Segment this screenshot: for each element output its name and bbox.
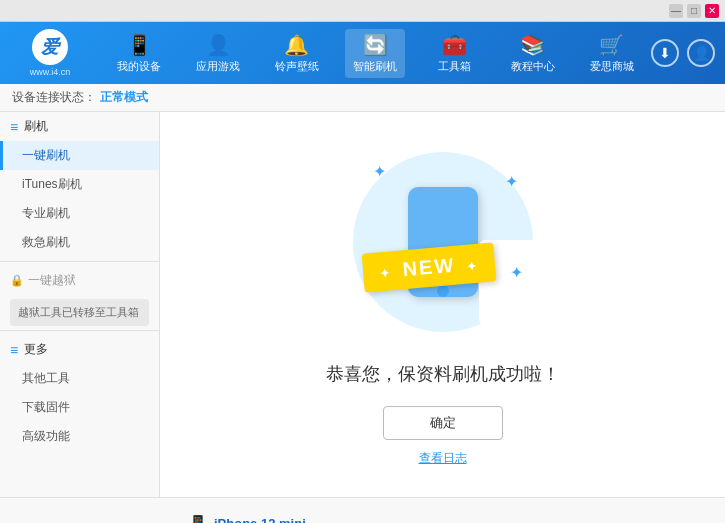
- sidebar: ≡ 刷机 一键刷机 iTunes刷机 专业刷机 救急刷机 🔒 一键越狱 越狱工具…: [0, 112, 160, 497]
- download-button[interactable]: ⬇: [651, 39, 679, 67]
- nav-ringtone-label: 铃声壁纸: [275, 59, 319, 74]
- tutorial-icon: 📚: [520, 33, 545, 57]
- maximize-button[interactable]: □: [687, 4, 701, 18]
- nav-shop-label: 爱思商城: [590, 59, 634, 74]
- status-value: 正常模式: [100, 89, 148, 106]
- sparkle-1: ✦: [373, 162, 386, 181]
- main-layout: ≡ 刷机 一键刷机 iTunes刷机 专业刷机 救急刷机 🔒 一键越狱 越狱工具…: [0, 112, 725, 497]
- logo-site: www.i4.cn: [30, 67, 71, 77]
- nav-app-game[interactable]: 👤 应用游戏: [188, 29, 248, 78]
- nav-items: 📱 我的设备 👤 应用游戏 🔔 铃声壁纸 🔄 智能刷机 🧰 工具箱 📚 教程中心…: [100, 29, 651, 78]
- ringtone-icon: 🔔: [284, 33, 309, 57]
- nav-tutorial-label: 教程中心: [511, 59, 555, 74]
- user-button[interactable]: 👤: [687, 39, 715, 67]
- sparkle-2: ✦: [505, 172, 518, 191]
- device-name: 📱 iPhone 12 mini: [188, 514, 306, 523]
- sidebar-section-more: ≡ 更多: [0, 335, 159, 364]
- phone-home-btn: [437, 285, 449, 297]
- device-phone-icon: 📱: [188, 514, 208, 523]
- success-graphic: NEW ✦ ✦ ✦: [343, 142, 543, 342]
- minimize-button[interactable]: —: [669, 4, 683, 18]
- confirm-button[interactable]: 确定: [383, 406, 503, 440]
- nav-smart-flash-label: 智能刷机: [353, 59, 397, 74]
- sidebar-item-pro-flash[interactable]: 专业刷机: [0, 199, 159, 228]
- sidebar-item-one-click-flash[interactable]: 一键刷机: [0, 141, 159, 170]
- jailbreak-notice: 越狱工具已转移至工具箱: [10, 299, 149, 326]
- jailbreak-label: 一键越狱: [28, 272, 76, 289]
- nav-my-device-label: 我的设备: [117, 59, 161, 74]
- sidebar-item-other-tools[interactable]: 其他工具: [0, 364, 159, 393]
- nav-toolbox[interactable]: 🧰 工具箱: [424, 29, 484, 78]
- flash-icon: 🔄: [363, 33, 388, 57]
- device-info: 📱 iPhone 12 mini 64GB Down-12mini-13.1: [188, 514, 306, 523]
- success-title: 恭喜您，保资料刷机成功啦！: [326, 362, 560, 386]
- device-name-text: iPhone 12 mini: [214, 516, 306, 523]
- lock-icon: 🔒: [10, 274, 24, 287]
- logo[interactable]: 爱 www.i4.cn: [10, 29, 90, 77]
- status-bar: 设备连接状态： 正常模式: [0, 84, 725, 112]
- toolbox-icon: 🧰: [442, 33, 467, 57]
- nav-tutorial[interactable]: 📚 教程中心: [503, 29, 563, 78]
- status-label: 设备连接状态：: [12, 89, 96, 106]
- flash-section-label: 刷机: [24, 118, 48, 135]
- logo-icon: 爱: [32, 29, 68, 65]
- sidebar-item-recovery-flash[interactable]: 救急刷机: [0, 228, 159, 257]
- nav-app-game-label: 应用游戏: [196, 59, 240, 74]
- close-button[interactable]: ✕: [705, 4, 719, 18]
- sparkle-3: ✦: [510, 263, 523, 282]
- sidebar-section-flash: ≡ 刷机: [0, 112, 159, 141]
- nav-shop[interactable]: 🛒 爱思商城: [582, 29, 642, 78]
- phone-icon: 📱: [127, 33, 152, 57]
- more-section-icon: ≡: [10, 342, 18, 358]
- sidebar-item-itunes-flash[interactable]: iTunes刷机: [0, 170, 159, 199]
- device-panel: 自动敬送 跳过向导 📱 iPhone 12 mini 64GB Down-12m…: [0, 497, 725, 523]
- goto-log-link[interactable]: 查看日志: [419, 450, 467, 467]
- sidebar-jailbreak-locked: 🔒 一键越狱: [0, 266, 159, 295]
- nav-right: ⬇ 👤: [651, 39, 715, 67]
- header: 爱 www.i4.cn 📱 我的设备 👤 应用游戏 🔔 铃声壁纸 🔄 智能刷机 …: [0, 22, 725, 84]
- nav-smart-flash[interactable]: 🔄 智能刷机: [345, 29, 405, 78]
- content-area: NEW ✦ ✦ ✦ 恭喜您，保资料刷机成功啦！ 确定 查看日志: [160, 112, 725, 497]
- nav-my-device[interactable]: 📱 我的设备: [109, 29, 169, 78]
- app-icon: 👤: [206, 33, 231, 57]
- nav-ringtone[interactable]: 🔔 铃声壁纸: [267, 29, 327, 78]
- title-bar: — □ ✕: [0, 0, 725, 22]
- sidebar-item-download-firmware[interactable]: 下载固件: [0, 393, 159, 422]
- nav-toolbox-label: 工具箱: [438, 59, 471, 74]
- sidebar-item-advanced[interactable]: 高级功能: [0, 422, 159, 451]
- more-section-label: 更多: [24, 341, 48, 358]
- shop-icon: 🛒: [599, 33, 624, 57]
- divider-2: [0, 330, 159, 331]
- flash-section-icon: ≡: [10, 119, 18, 135]
- divider-1: [0, 261, 159, 262]
